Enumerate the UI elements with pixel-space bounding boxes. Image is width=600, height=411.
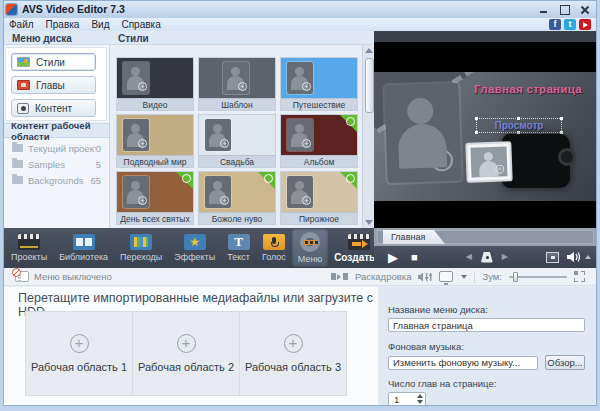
list-item-count: 65 (90, 175, 101, 186)
minimize-button[interactable] (539, 5, 550, 14)
storyboard-icon[interactable] (331, 273, 348, 280)
volume-expand-icon[interactable] (585, 255, 591, 259)
scroll-down-icon[interactable] (365, 220, 373, 225)
selection-handles (475, 117, 478, 120)
style-item-template[interactable]: Шаблон (198, 57, 276, 111)
add-media-icon (70, 334, 89, 353)
workspace-panel: Перетащите импортированные медиафайлы ил… (3, 287, 378, 406)
toolbar-label: Библиотека (59, 252, 108, 262)
styles-scrollbar[interactable] (362, 45, 374, 228)
chapters-icon (17, 80, 30, 90)
zoom-slider-handle[interactable] (513, 272, 518, 282)
toolbar-library[interactable]: Библиотека (53, 229, 114, 267)
style-item-video[interactable]: Видео (116, 57, 194, 111)
expand-timeline-icon[interactable] (574, 271, 585, 282)
disc-menu-icon (300, 232, 320, 252)
chapters-value: 1 (389, 394, 414, 405)
twitter-icon[interactable]: t (564, 19, 576, 30)
work-area-label: Рабочая область 1 (31, 361, 127, 373)
app-logo-icon (6, 4, 17, 15)
list-item-backgrounds[interactable]: Backgrounds 65 (3, 172, 109, 188)
preview-play-button[interactable]: Просмотр (476, 118, 562, 133)
list-item-current-project[interactable]: Текущий проект 0 (3, 140, 109, 156)
add-icon (138, 82, 147, 91)
library-icon (73, 234, 95, 250)
style-item-beaujolais[interactable]: Божоле нуво (198, 171, 276, 225)
toolbar-text[interactable]: Текст (221, 229, 256, 267)
preview-scene: Главная страница Просмотр (374, 72, 597, 201)
previous-chapter-button[interactable]: ◀ (466, 253, 472, 261)
style-thumbnail (281, 115, 357, 155)
scroll-up-icon[interactable] (365, 48, 373, 53)
toolbar-label: Голос (262, 252, 286, 262)
sidebar-button-content[interactable]: Контент (11, 99, 96, 117)
sidebar-button-styles[interactable]: Стили (11, 53, 96, 71)
download-badge-icon (340, 115, 357, 132)
camcorder-graphic (502, 134, 570, 188)
menu-file[interactable]: Файл (9, 19, 34, 30)
toolbar-effects[interactable]: Эффекты (168, 229, 221, 267)
close-button[interactable] (579, 5, 590, 14)
chapter-tab-bar: Главная (374, 228, 597, 246)
style-item-travel[interactable]: Путешествие (280, 57, 358, 111)
toolbar-voice[interactable]: Голос (256, 229, 292, 267)
youtube-icon[interactable] (579, 19, 591, 30)
next-chapter-button[interactable]: ▶ (502, 253, 508, 261)
work-area-3[interactable]: Рабочая область 3 (239, 311, 347, 396)
menu-view[interactable]: Вид (91, 19, 109, 30)
list-item-count: 5 (96, 159, 101, 170)
spinner-down-icon[interactable] (417, 400, 423, 404)
zoom-label: Зум: (482, 271, 502, 282)
menu-help[interactable]: Справка (121, 19, 160, 30)
audio-mixer-icon[interactable] (418, 271, 432, 283)
chapters-spinner[interactable]: 1 (388, 392, 426, 406)
add-icon (431, 149, 454, 172)
sidebar-button-chapters[interactable]: Главы (11, 76, 96, 94)
content-area-header: Контент рабочей области (3, 123, 109, 138)
style-item-cake[interactable]: Пирожное (280, 171, 358, 225)
storyboard-label[interactable]: Раскадровка (355, 271, 412, 282)
effects-star-icon (184, 234, 206, 250)
menu-name-input[interactable]: Главная страница (388, 318, 585, 332)
styles-icon (17, 57, 30, 67)
facebook-icon[interactable]: f (549, 19, 561, 30)
zoom-slider[interactable] (509, 272, 567, 282)
toolbar-label: Проекты (11, 252, 47, 262)
style-item-halloween[interactable]: День всех святых (116, 171, 194, 225)
download-badge-icon (340, 172, 357, 189)
menu-off-label: Меню выключено (34, 271, 112, 282)
browse-button[interactable]: Обзор... (545, 355, 585, 370)
placeholder-photo (287, 119, 313, 151)
style-item-label: Альбом (281, 155, 357, 167)
toolbar-menu[interactable]: Меню (292, 229, 328, 267)
toolbar-projects[interactable]: Проекты (5, 229, 53, 267)
content-list: Текущий проект 0 Samples 5 Backgrounds 6… (3, 140, 109, 188)
work-area-1[interactable]: Рабочая область 1 (25, 311, 133, 396)
style-item-label: Шаблон (199, 98, 275, 110)
style-item-underwater[interactable]: Подводный мир (116, 114, 194, 168)
style-item-label: День всех святых (117, 212, 193, 224)
spinner-up-icon[interactable] (417, 394, 423, 398)
add-icon (495, 164, 504, 173)
menu-bar: Файл Правка Вид Справка f t (3, 18, 597, 31)
placeholder-photo (223, 62, 249, 94)
background-music-input[interactable]: Изменить фоновую музыку... (388, 356, 538, 370)
chapter-marker-icon[interactable] (481, 252, 493, 263)
menu-off-toggle[interactable]: Меню выключено (15, 271, 112, 282)
display-dropdown-icon[interactable] (461, 275, 467, 279)
style-item-album[interactable]: Альбом (280, 114, 358, 168)
work-area-2[interactable]: Рабочая область 2 (132, 311, 240, 396)
list-item-label: Текущий проект (28, 143, 96, 154)
style-item-wedding[interactable]: Свадьба (198, 114, 276, 168)
toolbar-transitions[interactable]: Переходы (114, 229, 168, 267)
maximize-button[interactable] (559, 5, 570, 14)
list-item-samples[interactable]: Samples 5 (3, 156, 109, 172)
play-button[interactable]: ▶ (388, 251, 398, 264)
stop-button[interactable]: ■ (411, 252, 418, 263)
fullscreen-button[interactable] (546, 252, 559, 263)
display-mode-icon[interactable] (439, 271, 453, 282)
download-badge-icon (258, 172, 275, 189)
scrollbar-thumb[interactable] (365, 58, 374, 113)
menu-edit[interactable]: Правка (46, 19, 80, 30)
volume-icon[interactable] (567, 251, 582, 263)
